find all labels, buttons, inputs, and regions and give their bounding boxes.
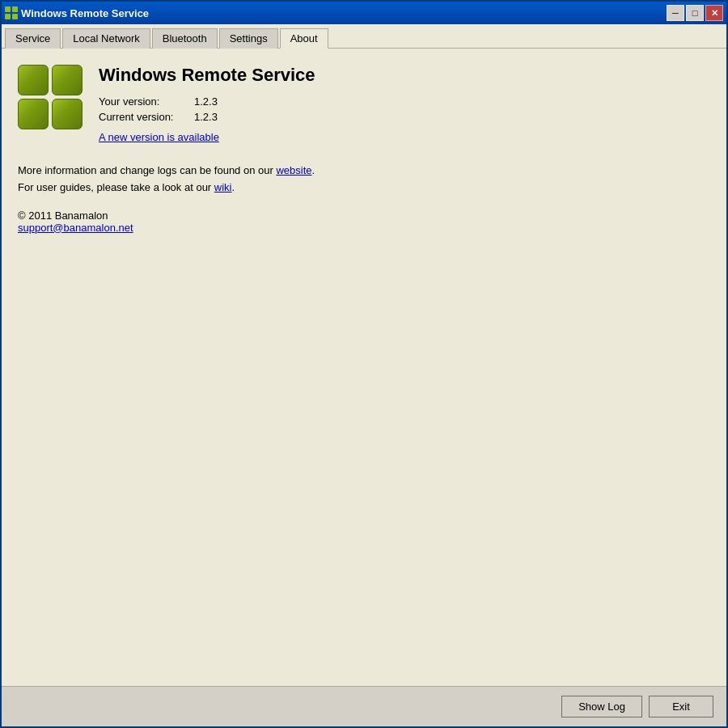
current-version-value: 1.2.3 xyxy=(194,111,218,123)
your-version-value: 1.2.3 xyxy=(194,95,218,108)
logo-cell-tr xyxy=(52,65,83,95)
restore-button[interactable]: □ xyxy=(686,5,704,21)
footer: Show Log Exit xyxy=(2,686,726,726)
app-icon xyxy=(5,6,18,19)
logo-grid xyxy=(18,65,83,129)
info-before-website: More information and change logs can be … xyxy=(18,164,276,176)
your-version-row: Your version: 1.2.3 xyxy=(99,95,710,108)
copyright-section: © 2011 Banamalon support@banamalon.net xyxy=(18,210,710,234)
tab-bluetooth[interactable]: Bluetooth xyxy=(152,28,218,49)
window-controls: ─ □ ✕ xyxy=(667,5,723,21)
info-text: More information and change logs can be … xyxy=(18,163,710,197)
your-version-label: Your version: xyxy=(99,95,188,108)
info-after-website: . xyxy=(312,164,315,176)
wiki-link[interactable]: wiki xyxy=(214,181,232,193)
current-version-label: Current version: xyxy=(99,111,188,123)
svg-rect-1 xyxy=(12,6,18,12)
main-content: Windows Remote Service Your version: 1.2… xyxy=(2,49,726,686)
svg-rect-3 xyxy=(12,14,18,19)
info-after-wiki: . xyxy=(231,181,235,193)
show-log-button[interactable]: Show Log xyxy=(561,696,642,717)
svg-rect-2 xyxy=(5,14,11,19)
tab-about[interactable]: About xyxy=(280,28,328,49)
app-title: Windows Remote Service xyxy=(99,65,710,86)
title-bar: Windows Remote Service ─ □ ✕ xyxy=(2,2,726,24)
main-window: Windows Remote Service ─ □ ✕ Service Loc… xyxy=(0,0,728,728)
svg-rect-0 xyxy=(5,6,11,12)
about-section: Windows Remote Service Your version: 1.2… xyxy=(18,65,710,143)
logo-cell-bl xyxy=(18,99,49,129)
support-email-link[interactable]: support@banamalon.net xyxy=(18,222,710,234)
new-version-link[interactable]: A new version is available xyxy=(99,131,219,143)
exit-button[interactable]: Exit xyxy=(649,696,713,717)
tab-service[interactable]: Service xyxy=(5,28,61,49)
copyright-text: © 2011 Banamalon xyxy=(18,210,710,222)
about-info: Windows Remote Service Your version: 1.2… xyxy=(99,65,710,143)
close-button[interactable]: ✕ xyxy=(705,5,723,21)
minimize-button[interactable]: ─ xyxy=(667,5,684,21)
tab-settings[interactable]: Settings xyxy=(219,28,278,49)
website-link[interactable]: website xyxy=(276,164,311,176)
tab-local-network[interactable]: Local Network xyxy=(62,28,150,49)
tab-bar: Service Local Network Bluetooth Settings… xyxy=(2,24,726,49)
logo-cell-tl xyxy=(18,65,49,95)
app-logo xyxy=(18,65,83,129)
info-before-wiki: For user guides, please take a look at o… xyxy=(18,181,214,193)
current-version-row: Current version: 1.2.3 xyxy=(99,111,710,123)
window-title: Windows Remote Service xyxy=(21,7,663,19)
logo-cell-br xyxy=(52,99,83,129)
